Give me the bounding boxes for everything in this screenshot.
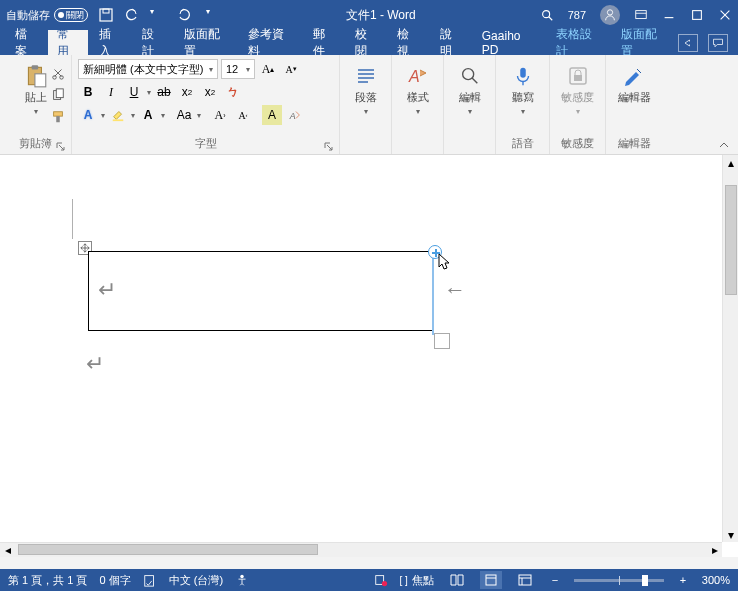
redo-icon[interactable]: [176, 7, 192, 23]
collapse-ribbon-button[interactable]: [716, 138, 732, 152]
superscript-button[interactable]: x2: [200, 82, 220, 102]
tab-home[interactable]: 常用: [48, 30, 88, 55]
vertical-scroll-thumb[interactable]: [725, 185, 737, 295]
document-area[interactable]: ↵ ← ↵ ▴ ▾ ◂ ▸: [0, 155, 738, 557]
voice-group-label: 語音: [512, 137, 534, 149]
comments-button[interactable]: [708, 34, 728, 52]
zoom-in-button[interactable]: +: [676, 574, 690, 586]
tab-references[interactable]: 參考資料: [239, 30, 301, 55]
font-size-combo[interactable]: 12▾: [221, 59, 255, 79]
phonetic-guide-button[interactable]: ㄅ: [223, 82, 243, 102]
web-layout-button[interactable]: [514, 571, 536, 589]
microphone-icon: [510, 63, 536, 89]
shrink-font-alt-button[interactable]: A‹: [233, 105, 253, 125]
strikethrough-button[interactable]: ab: [154, 82, 174, 102]
underline-button[interactable]: U: [124, 82, 144, 102]
tab-design[interactable]: 設計: [133, 30, 173, 55]
tab-insert[interactable]: 插入: [90, 30, 130, 55]
zoom-slider[interactable]: [574, 579, 664, 582]
svg-rect-8: [693, 11, 702, 20]
clear-formatting-button[interactable]: A: [285, 105, 305, 125]
font-dialog-launcher[interactable]: [323, 141, 335, 153]
subscript-button[interactable]: x2: [177, 82, 197, 102]
clipboard-dialog-launcher[interactable]: [55, 141, 67, 153]
undo-icon[interactable]: [124, 7, 140, 23]
scroll-down-arrow[interactable]: ▾: [723, 527, 738, 542]
tab-gaaiho[interactable]: Gaaiho PD: [473, 30, 545, 55]
italic-button[interactable]: I: [101, 82, 121, 102]
scroll-up-arrow[interactable]: ▴: [723, 155, 738, 170]
ruler-mark: [72, 199, 74, 239]
svg-rect-29: [520, 68, 526, 78]
copy-button[interactable]: [48, 85, 68, 105]
macro-record-icon[interactable]: [374, 573, 388, 587]
maximize-button[interactable]: [690, 8, 704, 22]
user-avatar[interactable]: [600, 5, 620, 25]
grow-font-button[interactable]: A▴: [258, 59, 278, 79]
language-indicator[interactable]: 中文 (台灣): [169, 573, 223, 588]
paragraph-mark-icon: ←: [444, 277, 466, 303]
paragraph-button[interactable]: 段落▾: [349, 59, 383, 116]
table-resize-handle[interactable]: [434, 333, 450, 349]
dictate-button[interactable]: 聽寫▾: [506, 59, 540, 116]
ribbon-display-icon[interactable]: [634, 8, 648, 22]
autosave-toggle[interactable]: 自動儲存 關閉: [6, 8, 88, 23]
cut-button[interactable]: [48, 63, 68, 83]
bold-button[interactable]: B: [78, 82, 98, 102]
page-indicator[interactable]: 第 1 頁，共 1 頁: [8, 573, 87, 588]
spelling-status-icon[interactable]: [143, 573, 157, 587]
paragraph-icon: [353, 63, 379, 89]
qat-customize[interactable]: ▾: [206, 7, 222, 23]
tab-view[interactable]: 檢視: [388, 30, 428, 55]
tab-help[interactable]: 說明: [431, 30, 471, 55]
focus-mode[interactable]: [ ]焦點: [400, 573, 434, 588]
user-number: 787: [568, 9, 586, 21]
highlight-dropdown[interactable]: ▾: [131, 111, 135, 120]
horizontal-scrollbar[interactable]: ◂ ▸: [0, 542, 722, 557]
tab-mailings[interactable]: 郵件: [304, 30, 344, 55]
font-color-dropdown[interactable]: ▾: [161, 111, 165, 120]
share-button[interactable]: [678, 34, 698, 52]
read-mode-button[interactable]: [446, 571, 468, 589]
underline-dropdown[interactable]: ▾: [147, 88, 151, 97]
zoom-level[interactable]: 300%: [702, 574, 730, 586]
tab-file[interactable]: 檔案: [6, 30, 46, 55]
print-layout-button[interactable]: [480, 571, 502, 589]
minimize-button[interactable]: [662, 8, 676, 22]
horizontal-scroll-thumb[interactable]: [18, 544, 318, 555]
editor-button[interactable]: 編輯器: [614, 59, 655, 104]
undo-dropdown[interactable]: ▾: [150, 7, 166, 23]
text-effects-button[interactable]: A: [78, 105, 98, 125]
tab-table-design[interactable]: 表格設計: [547, 30, 609, 55]
dictate-label: 聽寫: [512, 91, 534, 103]
vertical-scrollbar[interactable]: ▴ ▾: [722, 155, 738, 542]
zoom-slider-thumb[interactable]: [642, 575, 648, 586]
word-count[interactable]: 0 個字: [99, 573, 130, 588]
styles-button[interactable]: A 樣式▾: [401, 59, 435, 116]
tab-review[interactable]: 校閱: [346, 30, 386, 55]
table-cell[interactable]: [88, 251, 434, 331]
zoom-out-button[interactable]: −: [548, 574, 562, 586]
accessibility-icon[interactable]: [235, 573, 249, 587]
change-case-button[interactable]: Aa: [174, 105, 194, 125]
enclose-characters-button[interactable]: A: [262, 105, 282, 125]
sensitivity-button[interactable]: 敏感度▾: [557, 59, 598, 116]
tab-layout[interactable]: 版面配置: [175, 30, 237, 55]
format-painter-button[interactable]: [48, 107, 68, 127]
tab-table-layout[interactable]: 版面配置: [612, 30, 674, 55]
text-effects-dropdown[interactable]: ▾: [101, 111, 105, 120]
sensitivity-label: 敏感度: [561, 91, 594, 103]
editing-button[interactable]: 編輯▾: [453, 59, 487, 116]
font-color-button[interactable]: A: [138, 105, 158, 125]
grow-font-alt-button[interactable]: A›: [210, 105, 230, 125]
highlight-button[interactable]: [108, 105, 128, 125]
close-button[interactable]: [718, 8, 732, 22]
svg-rect-0: [100, 9, 112, 21]
search-icon[interactable]: [540, 8, 554, 22]
save-icon[interactable]: [98, 7, 114, 23]
scroll-right-arrow[interactable]: ▸: [707, 543, 722, 558]
font-name-combo[interactable]: 新細明體 (本文中文字型)▾: [78, 59, 218, 79]
change-case-dropdown[interactable]: ▾: [197, 111, 201, 120]
shrink-font-button[interactable]: A▾: [281, 59, 301, 79]
scroll-left-arrow[interactable]: ◂: [0, 543, 15, 558]
